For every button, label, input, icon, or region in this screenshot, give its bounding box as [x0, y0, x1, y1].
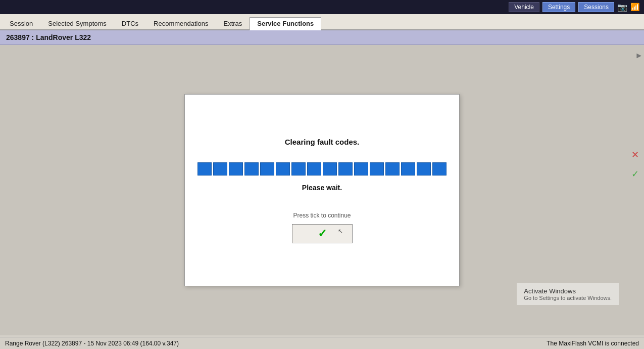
main-content: Clearing fault codes. Please wait. Press… [0, 45, 644, 335]
progress-segment [260, 162, 274, 176]
progress-segment [354, 162, 368, 176]
tab-extras[interactable]: Extras [216, 17, 250, 29]
right-actions: ✕ ✓ [627, 148, 643, 233]
cursor-icon: ↖ [338, 228, 343, 235]
windows-activation-notice: Activate Windows Go to Settings to activ… [517, 283, 619, 305]
progress-segment [197, 162, 212, 176]
win-activate-desc: Go to Settings to activate Windows. [524, 295, 612, 301]
vehicle-button[interactable]: Vehicle [509, 2, 539, 12]
progress-segment [291, 162, 306, 176]
status-left: Range Rover (L322) 263897 - 15 Nov 2023 … [5, 340, 179, 347]
nav-bar: Session Selected Symptoms DTCs Recommend… [0, 14, 644, 30]
cancel-icon[interactable]: ✕ [628, 148, 641, 161]
tick-button[interactable]: ✓ ↖ [292, 224, 353, 243]
status-right: The MaxiFlash VCMI is connected [547, 340, 639, 347]
camera-icon: 📷 [617, 3, 627, 12]
settings-button[interactable]: Settings [542, 2, 575, 12]
status-bar: Range Rover (L322) 263897 - 15 Nov 2023 … [0, 337, 644, 349]
dialog-box: Clearing fault codes. Please wait. Press… [184, 94, 460, 286]
progress-segment [323, 162, 337, 176]
progress-segment [338, 162, 353, 176]
tab-selected-symptoms[interactable]: Selected Symptoms [40, 17, 114, 29]
back-arrow-icon[interactable]: ► [635, 51, 643, 60]
progress-segment [385, 162, 400, 176]
progress-bar [197, 162, 447, 176]
dialog-title: Clearing fault codes. [285, 138, 360, 146]
progress-segment [213, 162, 227, 176]
tab-session[interactable]: Session [2, 17, 40, 29]
progress-segment [244, 162, 259, 176]
sessions-button[interactable]: Sessions [578, 2, 614, 12]
top-bar: Vehicle Settings Sessions 📷 📶 [0, 0, 644, 14]
press-tick-label: Press tick to continue [293, 212, 351, 219]
progress-segment [417, 162, 431, 176]
tab-dtcs[interactable]: DTCs [114, 17, 146, 29]
progress-segment [276, 162, 290, 176]
please-wait-text: Please wait. [302, 184, 342, 192]
progress-segment [370, 162, 384, 176]
signal-icon: 📶 [630, 3, 640, 12]
progress-segment [401, 162, 415, 176]
progress-segment [307, 162, 321, 176]
progress-segment [229, 162, 243, 176]
vehicle-header-text: 263897 : LandRover L322 [6, 33, 91, 41]
tick-checkmark-icon: ✓ [318, 227, 327, 240]
vehicle-header: 263897 : LandRover L322 [0, 30, 644, 45]
tab-service-functions[interactable]: Service Functions [250, 17, 321, 30]
confirm-icon[interactable]: ✓ [628, 167, 641, 181]
progress-segment [432, 162, 447, 176]
tab-recommendations[interactable]: Recommendations [146, 17, 216, 29]
win-activate-title: Activate Windows [524, 287, 612, 295]
